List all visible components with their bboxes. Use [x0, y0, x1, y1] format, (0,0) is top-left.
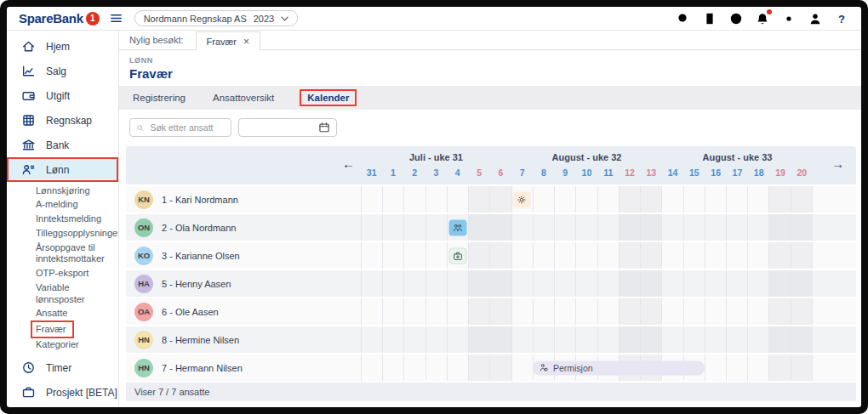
calendar-cell[interactable]: [468, 214, 489, 241]
calendar-cell[interactable]: [747, 214, 768, 241]
calendar-cell[interactable]: [791, 326, 812, 353]
sidebar-item-timer[interactable]: Timer: [7, 355, 118, 380]
calendar-cell[interactable]: [597, 186, 619, 213]
calendar-cell[interactable]: [640, 186, 661, 213]
calendar-cell[interactable]: [468, 242, 489, 269]
tab-registrering[interactable]: Registrering: [131, 88, 187, 107]
calendar-cell[interactable]: [597, 214, 619, 241]
date-field[interactable]: [238, 118, 337, 137]
calendar-cell[interactable]: [425, 326, 447, 353]
sidebar-item-altinn[interactable]: Altinn: [7, 405, 118, 407]
calendar-cell[interactable]: [425, 270, 447, 297]
calendar-cell[interactable]: [382, 186, 403, 213]
notifications-button[interactable]: [755, 11, 770, 26]
calendar-cell[interactable]: [661, 214, 682, 241]
calendar-cell[interactable]: [705, 326, 726, 353]
calendar-cell[interactable]: [683, 298, 705, 325]
calendar-cell[interactable]: [533, 326, 554, 353]
calendar-cell[interactable]: [661, 298, 682, 325]
calendar-cell[interactable]: [382, 270, 403, 297]
calendar-cell[interactable]: [726, 326, 747, 353]
profile-button[interactable]: [808, 11, 823, 26]
employee-search[interactable]: [129, 118, 231, 137]
calendar-cell[interactable]: [382, 214, 403, 241]
calendar-cell[interactable]: [382, 242, 403, 269]
calendar-cell[interactable]: [554, 242, 575, 269]
family-leave-badge[interactable]: [448, 219, 466, 235]
calendar-cell[interactable]: [705, 214, 726, 241]
tab-kalender[interactable]: Kalender: [300, 89, 357, 106]
calendar-cell[interactable]: [403, 214, 425, 241]
calendar-cell[interactable]: [361, 186, 382, 213]
calendar-cell[interactable]: [533, 270, 554, 297]
calendar-cell[interactable]: [403, 298, 425, 325]
calendar-cell[interactable]: [403, 354, 425, 381]
calendar-cell[interactable]: [575, 186, 597, 213]
calendar-cell[interactable]: [597, 298, 619, 325]
calendar-cell[interactable]: [791, 298, 812, 325]
calendar-cell[interactable]: [361, 298, 382, 325]
calendar-cell[interactable]: [726, 270, 747, 297]
calendar-cell[interactable]: [511, 242, 533, 269]
calendar-cell[interactable]: [597, 270, 619, 297]
calendar-cell[interactable]: [511, 354, 533, 381]
calendar-cell[interactable]: [489, 214, 511, 241]
calendar-cell[interactable]: [705, 186, 726, 213]
sidebar-item-hjem[interactable]: Hjem: [7, 34, 118, 59]
calendar-cell[interactable]: [425, 242, 447, 269]
calendar-cell[interactable]: [575, 242, 597, 269]
calendar-cell[interactable]: [705, 242, 726, 269]
calendar-cell[interactable]: [791, 354, 812, 381]
calendar-cell[interactable]: [640, 214, 661, 241]
calendar-cell[interactable]: [489, 242, 511, 269]
calendar-cell[interactable]: [425, 186, 447, 213]
calendar-cell[interactable]: [468, 326, 489, 353]
calendar-cell[interactable]: [554, 214, 575, 241]
calendar-cell[interactable]: [468, 270, 489, 297]
sidebar-subitem-kategorier[interactable]: Kategorier: [7, 337, 116, 352]
calendar-cell[interactable]: [489, 298, 511, 325]
sidebar-item-bank[interactable]: Bank: [7, 133, 118, 157]
calendar-cell[interactable]: [683, 242, 705, 269]
calendar-cell[interactable]: [661, 270, 682, 297]
vacation-badge[interactable]: [513, 191, 531, 207]
hamburger-menu-icon[interactable]: [109, 11, 123, 26]
calendar-cell[interactable]: [425, 214, 447, 241]
sidebar-item-prosjekt-beta[interactable]: Prosjekt [BETA]: [7, 380, 118, 405]
calendar-cell[interactable]: [468, 354, 489, 381]
calendar-cell[interactable]: [382, 298, 403, 325]
brand-logo[interactable]: SpareBank 1: [19, 11, 100, 26]
calendar-cell[interactable]: [511, 298, 533, 325]
calendar-cell[interactable]: [575, 326, 597, 353]
calendar-cell[interactable]: [619, 326, 640, 353]
calendar-cell[interactable]: [489, 326, 511, 353]
calendar-cell[interactable]: [619, 242, 640, 269]
leave-bar[interactable]: Permisjon: [533, 360, 705, 375]
calendar-cell[interactable]: [705, 270, 726, 297]
help-button[interactable]: ?: [834, 11, 849, 26]
calendar-cell[interactable]: [468, 186, 489, 213]
calendar-cell[interactable]: [597, 242, 619, 269]
calendar-cell[interactable]: [447, 354, 468, 381]
calendar-cell[interactable]: [575, 298, 597, 325]
calendar-cell[interactable]: [511, 326, 533, 353]
sidebar-item-regnskap[interactable]: Regnskap: [7, 108, 118, 133]
calendar-cell[interactable]: [768, 270, 790, 297]
calendar-cell[interactable]: [726, 354, 747, 381]
calendar-cell[interactable]: [447, 186, 468, 213]
calendar-cell[interactable]: [683, 326, 705, 353]
calendar-cell[interactable]: [554, 298, 575, 325]
sick-leave-badge[interactable]: [448, 247, 466, 264]
calendar-cell[interactable]: [768, 214, 790, 241]
calendar-cell[interactable]: [640, 298, 661, 325]
calendar-cell[interactable]: [554, 326, 575, 353]
calendar-cell[interactable]: [533, 214, 554, 241]
calendar-cell[interactable]: [403, 186, 425, 213]
calendar-cell[interactable]: [619, 186, 640, 213]
calendar-cell[interactable]: [554, 186, 575, 213]
calendar-cell[interactable]: [747, 242, 768, 269]
calendar-cell[interactable]: [661, 326, 682, 353]
calendar-cell[interactable]: [726, 298, 747, 325]
settings-button[interactable]: [781, 11, 797, 26]
tab-fravaer[interactable]: Fravær ×: [196, 31, 260, 50]
